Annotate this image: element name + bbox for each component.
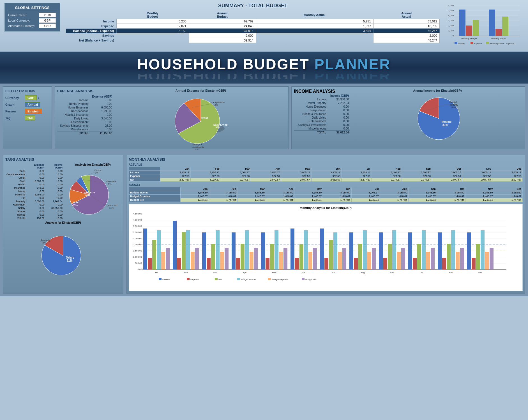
svg-rect-103 bbox=[225, 248, 229, 269]
svg-text:Oct: Oct bbox=[420, 271, 423, 274]
svg-text:2,500.00: 2,500.00 bbox=[133, 237, 142, 240]
svg-rect-87 bbox=[157, 230, 161, 269]
balance-monthly-budget: 3,159 bbox=[116, 29, 189, 33]
graph-filter-value[interactable]: Annual bbox=[25, 102, 40, 107]
svg-rect-150 bbox=[422, 230, 426, 269]
title-white: HOUSEHOLD BUDGET bbox=[137, 56, 314, 72]
tags-pie2-area: Analysis for Einstein(GBP) Salary 81% Pr… bbox=[5, 221, 121, 287]
monthly-analysis-box: MONTHLY ANALYSIS ACTUALS Jan Feb Mar Apr… bbox=[126, 155, 525, 294]
expense-monthly-actual: 1,397 bbox=[256, 24, 373, 29]
income-col-header: Income (GBP) bbox=[327, 94, 350, 98]
svg-rect-178 bbox=[302, 278, 305, 280]
svg-rect-124 bbox=[313, 248, 317, 269]
gs-alt-currency-value: USD bbox=[39, 24, 56, 28]
svg-rect-128 bbox=[329, 240, 333, 269]
month-dec: Dec bbox=[492, 167, 523, 171]
tags-table-row: Shares0.000.00 bbox=[5, 210, 64, 213]
svg-rect-96 bbox=[195, 248, 199, 269]
svg-text:2,000: 2,000 bbox=[448, 24, 454, 27]
gs-currency-value: GBP bbox=[39, 18, 56, 23]
currency-filter-value[interactable]: GBP bbox=[25, 95, 37, 100]
tags-pie1-area: Analysis for Einstein(GBP) Property bbox=[65, 163, 121, 221]
tag-filter-value[interactable]: *All bbox=[25, 116, 35, 121]
tags-expense-header: Expense (GBP) bbox=[26, 163, 46, 169]
svg-rect-106 bbox=[236, 258, 240, 269]
svg-text:6,000: 6,000 bbox=[448, 4, 454, 7]
expense-table-area: EXPENSE ANALYSIS Expense (GBP) Income0.0… bbox=[57, 89, 113, 147]
svg-rect-136 bbox=[363, 230, 367, 269]
balance-annual-actual: 46,247 bbox=[373, 29, 439, 33]
summary-section: SUMMARY - TOTAL BUDGET MonthlyBudget Ann… bbox=[66, 3, 440, 43]
svg-text:Savings &: Savings & bbox=[192, 143, 203, 146]
svg-rect-107 bbox=[241, 244, 245, 269]
income-analysis-title: INCOME ANALYSIS bbox=[294, 89, 350, 94]
svg-rect-165 bbox=[485, 252, 489, 269]
svg-text:5%: 5% bbox=[108, 183, 112, 185]
svg-text:3,500.00: 3,500.00 bbox=[133, 225, 142, 227]
svg-text:Budget Net: Budget Net bbox=[305, 278, 317, 281]
monthly-chart-container: Monthly Analysis for Einstein(GBP) 4,500… bbox=[129, 204, 523, 291]
month-sep: Sep bbox=[402, 167, 432, 171]
month-mar: Mar bbox=[221, 167, 251, 171]
svg-text:1,500.00: 1,500.00 bbox=[133, 250, 142, 252]
tags-table-row: Vehicle750.000.00 bbox=[5, 216, 64, 220]
svg-rect-115 bbox=[275, 230, 278, 269]
exp-transport-row: Transportation1,290.00 bbox=[57, 109, 113, 113]
month-aug: Aug bbox=[372, 167, 402, 171]
tags-income-header: Income (GBP) bbox=[46, 163, 64, 169]
budget-income-row: Budget Income 3,188.503,188.503,188.503,… bbox=[129, 191, 523, 195]
svg-text:Personal: Personal bbox=[108, 204, 117, 207]
monthly-chart-svg: 4,500.00 4,000.00 3,500.00 3,000.00 2,50… bbox=[131, 211, 509, 289]
tags-table: Expense (GBP) Income (GBP) Bank0.000.00C… bbox=[5, 163, 64, 220]
expense-analysis-title: EXPENSE ANALYSIS bbox=[57, 89, 113, 93]
svg-text:Budget Expense: Budget Expense bbox=[272, 278, 288, 281]
svg-text:3,000: 3,000 bbox=[448, 19, 454, 22]
inc-misc-row: Miscellaneous0.00 bbox=[294, 127, 350, 131]
expense-analysis-table: Expense (GBP) Income0.00 Rental Property… bbox=[57, 95, 113, 135]
svg-text:1,000: 1,000 bbox=[448, 29, 454, 32]
svg-text:54%: 54% bbox=[85, 194, 90, 197]
svg-text:81%: 81% bbox=[67, 259, 72, 262]
tags-analysis-title: TAGS ANALYSIS bbox=[5, 157, 121, 161]
net-label: Net (Balance + Savings) bbox=[66, 38, 116, 43]
inc-transport-row: Transportation0.00 bbox=[294, 109, 350, 112]
graph-filter-row: Graph Annual bbox=[5, 102, 49, 107]
tags-table-row: Food2,600.000.00 bbox=[5, 179, 64, 183]
gs-currency-row: Local Currency: GBP bbox=[8, 18, 56, 23]
svg-rect-176 bbox=[268, 278, 271, 280]
currency-stepper[interactable]: ↕ bbox=[38, 96, 39, 100]
balance-annual-budget: 37,914 bbox=[189, 29, 256, 33]
svg-text:Food: Food bbox=[73, 201, 79, 204]
svg-text:Property: Property bbox=[41, 239, 50, 242]
person-filter-value[interactable]: Einstein bbox=[25, 109, 42, 114]
svg-text:4,500.00: 4,500.00 bbox=[133, 213, 142, 215]
income-table-area: INCOME ANALYSIS Income (GBP) Income30,35… bbox=[294, 89, 350, 147]
svg-text:0.00: 0.00 bbox=[137, 268, 142, 271]
svg-rect-151 bbox=[426, 252, 430, 269]
expense-analysis-box: EXPENSE ANALYSIS Expense (GBP) Income0.0… bbox=[55, 86, 289, 149]
tags-table-row: Credit0.000.00 bbox=[5, 176, 64, 179]
svg-rect-112 bbox=[261, 232, 265, 269]
savings-row: Savings 2,000 2,000 bbox=[66, 33, 440, 38]
svg-rect-130 bbox=[338, 252, 342, 269]
top-section: GLOBAL SETTINGS Current Year: 2010 Local… bbox=[0, 0, 528, 52]
svg-rect-85 bbox=[148, 258, 152, 269]
svg-rect-25 bbox=[471, 42, 473, 44]
exp-rental-row: Rental Property0.00 bbox=[57, 102, 113, 106]
expense-pie-svg: Home Expenses 54% Transportation 12% Dai… bbox=[170, 93, 232, 147]
exp-health-row: Health & Insurance0.00 bbox=[57, 113, 113, 117]
summary-bar-chart: 6,000 5,000 4,000 3,000 2,000 1,000 0 bbox=[445, 3, 524, 49]
svg-text:11%: 11% bbox=[109, 207, 114, 209]
tags-pie2-svg: Salary 81% Property 19% bbox=[35, 225, 91, 287]
svg-text:Mar: Mar bbox=[213, 271, 217, 274]
svg-rect-117 bbox=[283, 248, 287, 269]
svg-rect-159 bbox=[460, 248, 464, 269]
main-title: HOUSEHOLD BUDGET PLANNER bbox=[6, 56, 522, 73]
col-annual-actual: AnnualActual bbox=[373, 11, 439, 19]
global-settings-box: GLOBAL SETTINGS Current Year: 2010 Local… bbox=[4, 3, 60, 32]
svg-text:4,000: 4,000 bbox=[448, 14, 454, 17]
income-pie-svg: Income 81% Rental Property 19% bbox=[408, 93, 467, 144]
expense-pie-title: Annual Expense for Einstein(GBP) bbox=[176, 89, 226, 92]
gs-currency-label: Local Currency: bbox=[8, 19, 39, 22]
svg-rect-148 bbox=[413, 258, 417, 269]
